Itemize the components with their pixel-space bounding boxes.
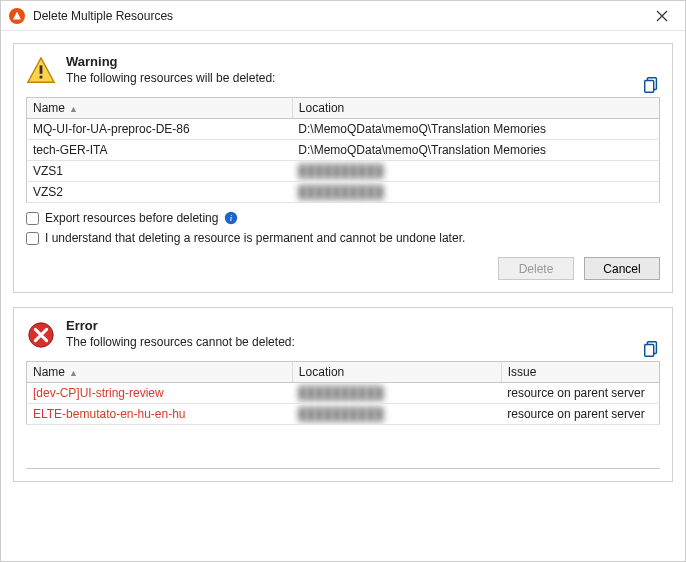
copy-icon [642, 340, 660, 358]
warning-subheading: The following resources will be deleted: [66, 71, 660, 85]
button-row: Delete Cancel [26, 257, 660, 280]
error-header: Error The following resources cannot be … [26, 318, 660, 353]
col-location-label: Location [299, 365, 344, 379]
error-table: Name▲ Location Issue [dev-CP]UI-string-r… [26, 361, 660, 425]
col-issue-label: Issue [508, 365, 537, 379]
cell-name: VZS2 [27, 182, 293, 203]
col-location[interactable]: Location [292, 362, 501, 383]
error-panel: Error The following resources cannot be … [13, 307, 673, 482]
error-icon [26, 318, 66, 353]
col-issue[interactable]: Issue [501, 362, 659, 383]
close-icon [656, 10, 668, 22]
delete-button[interactable]: Delete [498, 257, 574, 280]
cell-location: ██████████ [292, 383, 501, 404]
warning-table: Name▲ Location MQ-UI-for-UA-preproc-DE-8… [26, 97, 660, 203]
options-group: Export resources before deleting i I und… [26, 211, 660, 245]
cell-issue: resource on parent server [501, 383, 659, 404]
svg-rect-9 [645, 345, 654, 357]
cell-name: tech-GER-ITA [27, 140, 293, 161]
error-subheading: The following resources cannot be delete… [66, 335, 660, 349]
cancel-button[interactable]: Cancel [584, 257, 660, 280]
info-icon[interactable]: i [224, 211, 238, 225]
col-location-label: Location [299, 101, 344, 115]
warning-heading: Warning [66, 54, 660, 69]
table-row[interactable]: MQ-UI-for-UA-preproc-DE-86 D:\MemoQData\… [27, 119, 660, 140]
confirm-label[interactable]: I understand that deleting a resource is… [45, 231, 465, 245]
sort-asc-icon: ▲ [69, 104, 78, 114]
cell-name: [dev-CP]UI-string-review [27, 383, 293, 404]
sort-asc-icon: ▲ [69, 368, 78, 378]
svg-rect-1 [40, 65, 43, 73]
table-row[interactable]: VZS1 ██████████ [27, 161, 660, 182]
copy-button[interactable] [640, 74, 662, 96]
svg-rect-4 [645, 81, 654, 93]
window-title: Delete Multiple Resources [33, 9, 647, 23]
col-name[interactable]: Name▲ [27, 98, 293, 119]
close-button[interactable] [647, 1, 677, 31]
svg-rect-2 [40, 76, 43, 79]
col-name-label: Name [33, 101, 65, 115]
table-row[interactable]: [dev-CP]UI-string-review ██████████ reso… [27, 383, 660, 404]
table-row[interactable]: ELTE-bemutato-en-hu-en-hu ██████████ res… [27, 404, 660, 425]
cell-location: D:\MemoQData\memoQ\Translation Memories [292, 140, 659, 161]
titlebar: Delete Multiple Resources [1, 1, 685, 31]
col-name-label: Name [33, 365, 65, 379]
warning-panel: Warning The following resources will be … [13, 43, 673, 293]
cell-name: ELTE-bemutato-en-hu-en-hu [27, 404, 293, 425]
table-row[interactable]: VZS2 ██████████ [27, 182, 660, 203]
export-checkbox[interactable] [26, 212, 39, 225]
cell-location: ██████████ [292, 404, 501, 425]
col-name[interactable]: Name▲ [27, 362, 293, 383]
export-label[interactable]: Export resources before deleting [45, 211, 218, 225]
col-location[interactable]: Location [292, 98, 659, 119]
table-row[interactable]: tech-GER-ITA D:\MemoQData\memoQ\Translat… [27, 140, 660, 161]
copy-button[interactable] [640, 338, 662, 360]
warning-icon [26, 54, 66, 89]
confirm-checkbox[interactable] [26, 232, 39, 245]
cell-location: ██████████ [292, 182, 659, 203]
cell-name: VZS1 [27, 161, 293, 182]
cell-location: D:\MemoQData\memoQ\Translation Memories [292, 119, 659, 140]
cell-issue: resource on parent server [501, 404, 659, 425]
app-icon [9, 8, 25, 24]
warning-header: Warning The following resources will be … [26, 54, 660, 89]
error-heading: Error [66, 318, 660, 333]
cell-location: ██████████ [292, 161, 659, 182]
copy-icon [642, 76, 660, 94]
cell-name: MQ-UI-for-UA-preproc-DE-86 [27, 119, 293, 140]
